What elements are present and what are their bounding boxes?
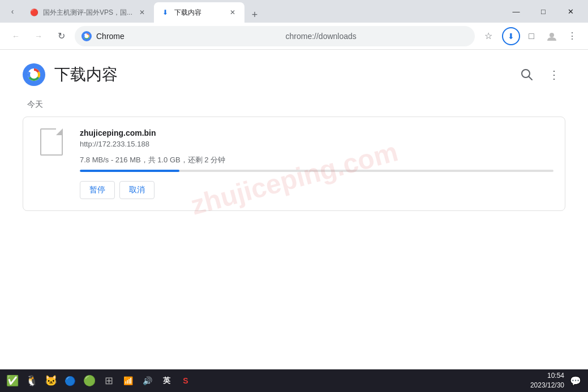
url-text: chrome://downloads [286, 32, 469, 41]
window-controls: — □ ✕ [503, 2, 583, 20]
pause-button[interactable]: 暂停 [80, 181, 115, 199]
taskbar-datetime: 10:54 2023/12/30 [530, 371, 564, 390]
taskbar-icon-check[interactable]: ✅ [5, 373, 20, 389]
taskbar-icon-cat[interactable]: 🐱 [43, 373, 59, 389]
taskbar-lang[interactable]: 英 [158, 373, 174, 389]
tab-2[interactable]: ⬇ 下载内容 ✕ [154, 2, 244, 23]
maximize-button[interactable]: □ [530, 2, 556, 20]
download-indicator-button[interactable]: ⬇ [502, 27, 520, 45]
site-label: Chrome [96, 32, 279, 41]
taskbar-icon-camera[interactable]: ⊞ [101, 373, 117, 389]
progress-bar-fill [80, 170, 179, 172]
tabs-container: 🔴 国外主机测评-国外VPS，国... ✕ ⬇ 下载内容 ✕ + [23, 0, 501, 23]
tab-back-arrow[interactable]: ‹ [5, 3, 20, 19]
title-bar: ‹ 🔴 国外主机测评-国外VPS，国... ✕ ⬇ 下载内容 ✕ + — □ ✕ [0, 0, 588, 23]
file-icon-area [35, 128, 68, 156]
back-button: ← [7, 27, 25, 45]
more-options-button[interactable]: ⋮ [543, 63, 565, 86]
header-actions: ⋮ [516, 63, 565, 86]
search-button[interactable] [516, 63, 538, 86]
progress-bar-container [80, 170, 553, 172]
main-content: 下载内容 ⋮ 今天 [0, 50, 588, 369]
close-button[interactable]: ✕ [557, 2, 583, 20]
url-favicon [81, 31, 92, 41]
chrome-logo [23, 63, 45, 86]
tab2-favicon: ⬇ [161, 8, 170, 17]
tab1-favicon: 🔴 [29, 8, 38, 17]
profile-button[interactable] [543, 27, 561, 45]
file-icon [40, 128, 63, 156]
page-header: 下载内容 ⋮ [23, 63, 565, 86]
address-bar: ← → ↻ Chrome chrome://downloads ☆ [0, 23, 588, 50]
url-box[interactable]: Chrome chrome://downloads [75, 26, 475, 46]
taskbar-date-text: 2023/12/30 [530, 381, 564, 390]
tab1-close[interactable]: ✕ [137, 7, 147, 18]
toolbar-right: ⬇ □ ⋮ [502, 27, 581, 45]
taskbar-notification-button[interactable]: 💬 [568, 373, 583, 389]
svg-point-6 [30, 71, 38, 79]
reload-button[interactable]: ↻ [52, 27, 70, 45]
download-url: http://172.233.15.188 [80, 140, 553, 148]
tab2-close[interactable]: ✕ [228, 7, 238, 18]
new-tab-button[interactable]: + [247, 7, 263, 23]
page-title: 下载内容 [54, 64, 118, 85]
download-info: zhujiceping.com.bin http://172.233.15.18… [80, 128, 553, 199]
forward-button: → [29, 27, 48, 45]
bookmark-button[interactable]: ☆ [479, 27, 497, 45]
taskbar-icon-wifi[interactable]: 📶 [120, 373, 136, 389]
download-filename: zhujiceping.com.bin [80, 128, 553, 137]
taskbar-icon-bluetooth[interactable]: 🔵 [62, 373, 78, 389]
taskbar-time-text: 10:54 [530, 371, 564, 381]
date-label: 今天 [27, 100, 565, 110]
minimize-button[interactable]: — [503, 2, 529, 20]
tab-1[interactable]: 🔴 国外主机测评-国外VPS，国... ✕ [23, 2, 154, 23]
taskbar-icon-penguin[interactable]: 🐧 [24, 373, 40, 389]
taskbar-icon-volume[interactable]: 🔊 [139, 373, 155, 389]
download-actions: 暂停 取消 [80, 181, 553, 199]
extensions-button[interactable]: □ [522, 27, 540, 45]
download-progress-text: 7.8 MB/s - 216 MB，共 1.0 GB，还剩 2 分钟 [80, 155, 553, 165]
page-title-area: 下载内容 [23, 63, 118, 86]
download-card: zhujiceping.com.bin http://172.233.15.18… [23, 117, 565, 211]
svg-point-2 [85, 34, 89, 38]
taskbar: ✅ 🐧 🐱 🔵 🟢 ⊞ 📶 🔊 英 S 10:54 2023/12/30 💬 [0, 369, 588, 392]
taskbar-icon-nvidia[interactable]: 🟢 [81, 373, 97, 389]
cancel-button[interactable]: 取消 [119, 181, 154, 199]
svg-line-8 [529, 76, 532, 80]
tab2-title: 下载内容 [174, 8, 223, 18]
tab1-title: 国外主机测评-国外VPS，国... [43, 8, 132, 18]
svg-point-3 [550, 33, 554, 37]
menu-button[interactable]: ⋮ [563, 27, 581, 45]
taskbar-icon-wps[interactable]: S [178, 373, 194, 389]
